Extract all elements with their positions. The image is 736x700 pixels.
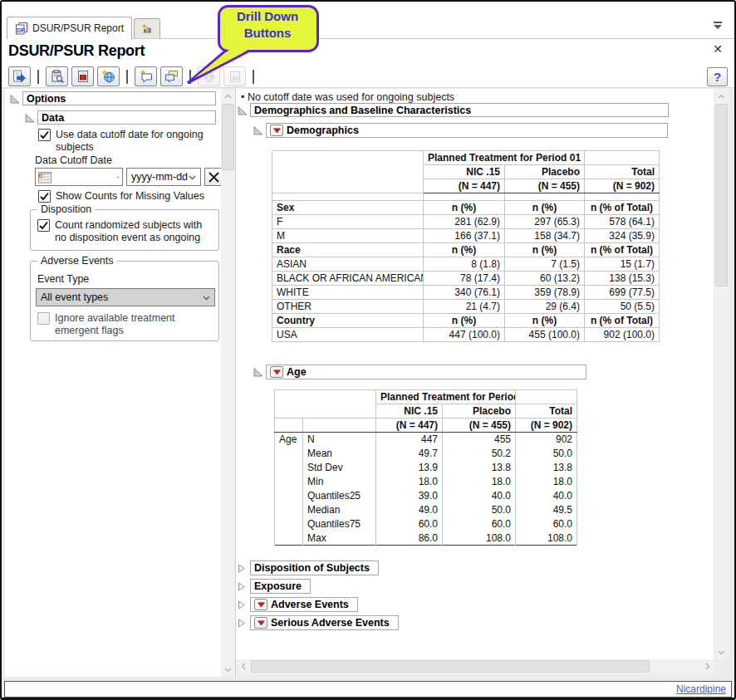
table-cell: Mean xyxy=(303,447,376,461)
scroll-up-icon[interactable] xyxy=(221,89,235,103)
header-area: DP DSUR/PSUR Report DSUR/PSUR Report ✕ xyxy=(2,2,734,88)
table-cell: 578 (64.1) xyxy=(585,215,660,229)
disclosure-collapsed-icon[interactable] xyxy=(238,563,248,573)
table-cell: 18.0 xyxy=(376,475,443,489)
help-button[interactable]: ? xyxy=(707,67,728,86)
table-cell: (N = 902) xyxy=(585,179,660,193)
table-cell xyxy=(272,151,424,193)
table-cell xyxy=(516,390,577,404)
table-cell: n (%) xyxy=(424,243,505,257)
drill-down-button[interactable] xyxy=(254,599,267,610)
disposition-group: Disposition Count randomized subjects wi… xyxy=(30,209,219,251)
table-row: M166 (37.1)158 (34.7)324 (35.9) xyxy=(272,229,660,243)
scroll-down-icon[interactable] xyxy=(714,645,729,659)
cutoff-date-input[interactable]: · xyxy=(35,168,123,186)
demographics-baseline-row: Demographics and Baseline Characteristic… xyxy=(238,103,669,117)
save-image-icon xyxy=(76,70,90,83)
table-cell: (N = 447) xyxy=(424,179,505,193)
table-cell: 86.0 xyxy=(376,531,443,546)
disclosure-collapsed-icon[interactable] xyxy=(238,600,248,609)
scroll-down-icon[interactable] xyxy=(221,663,235,677)
table-cell: (N = 455) xyxy=(505,179,585,193)
window-list-icon[interactable] xyxy=(711,20,724,32)
data-outline-row: Data xyxy=(25,110,216,125)
new-note-button[interactable] xyxy=(135,66,157,86)
section-demographics-baseline-header[interactable]: Demographics and Baseline Characteristic… xyxy=(250,103,669,117)
age-table: Planned Treatment for Period 01NIC .15Pl… xyxy=(274,389,577,546)
scroll-right-icon[interactable] xyxy=(700,659,714,673)
section-label: Demographics and Baseline Characteristic… xyxy=(254,105,471,116)
options-scrollbar[interactable] xyxy=(221,89,235,677)
scroll-thumb[interactable] xyxy=(715,104,728,286)
view-source-data-button[interactable] xyxy=(46,66,68,86)
count-randomized-checkbox[interactable] xyxy=(37,219,50,232)
table-cell: (N = 447) xyxy=(376,419,443,433)
demographics-row: Demographics xyxy=(253,123,668,138)
table-cell: 108.0 xyxy=(443,531,516,546)
adverse-events-group-label: Adverse Events xyxy=(37,255,117,267)
scroll-thumb[interactable] xyxy=(222,104,234,170)
tab-label: DSUR/PSUR Report xyxy=(32,22,124,34)
section-header[interactable]: Exposure xyxy=(250,579,311,594)
drill-down-button[interactable] xyxy=(254,617,267,629)
table-cell: n (%) xyxy=(424,314,505,328)
adverse-events-group: Adverse Events Event Type All event type… xyxy=(30,261,219,341)
use-cutoff-checkbox[interactable] xyxy=(38,129,51,141)
table-row: OTHER21 (4.7)29 (6.4)50 (5.5) xyxy=(272,300,660,314)
table-cell: 60.0 xyxy=(516,517,577,531)
tab-dsur-psur-report[interactable]: DP DSUR/PSUR Report xyxy=(7,17,132,39)
demographics-header[interactable]: Demographics xyxy=(266,123,668,138)
section-header[interactable]: Adverse Events xyxy=(250,597,358,612)
event-type-dropdown[interactable]: All event types xyxy=(36,288,215,306)
tab-strip: DP DSUR/PSUR Report xyxy=(7,17,734,39)
table-row: Mean49.750.250.0 xyxy=(275,447,577,461)
disclosure-open-icon[interactable] xyxy=(10,94,20,104)
publish-report-button[interactable] xyxy=(97,66,120,86)
table-cell: 39.0 xyxy=(376,489,443,503)
table-cell xyxy=(275,419,303,433)
table-cell: USA xyxy=(272,328,424,342)
options-header[interactable]: Options xyxy=(22,91,216,105)
table-cell: 60.0 xyxy=(443,517,516,531)
report-section-collapsed: Serious Adverse Events xyxy=(238,615,399,630)
table-row: Planned Treatment for Period 01 xyxy=(275,390,577,404)
show-missing-checkbox[interactable] xyxy=(38,190,51,203)
disclosure-open-icon[interactable] xyxy=(253,125,263,135)
data-section-header[interactable]: Data xyxy=(37,110,216,125)
date-format-dropdown[interactable]: yyyy-mm-dd xyxy=(126,168,201,186)
table-cell: 340 (76.1) xyxy=(424,286,505,300)
close-icon[interactable]: ✕ xyxy=(713,43,723,55)
toolbar-separator xyxy=(37,70,39,84)
scroll-thumb[interactable] xyxy=(251,660,650,673)
disclosure-open-icon[interactable] xyxy=(238,105,248,115)
table-cell: Total xyxy=(585,165,660,179)
collapsed-sections: Disposition of SubjectsExposureAdverse E… xyxy=(238,560,399,630)
report-section-collapsed: Exposure xyxy=(238,579,399,594)
table-cell: 15 (1.7) xyxy=(585,257,660,272)
section-header-label: Adverse Events xyxy=(271,599,349,610)
cutoff-date-label: Data Cutoff Date xyxy=(35,154,112,167)
disclosure-collapsed-icon[interactable] xyxy=(238,581,248,591)
disclosure-collapsed-icon[interactable] xyxy=(238,618,248,628)
disclosure-open-icon[interactable] xyxy=(25,113,35,123)
scroll-up-icon[interactable] xyxy=(714,89,729,103)
save-image-button[interactable] xyxy=(71,66,94,86)
table-cell: 902 (100.0) xyxy=(585,328,660,342)
view-notes-button[interactable] xyxy=(160,66,183,86)
age-header[interactable]: Age xyxy=(266,365,586,379)
tab-graph[interactable] xyxy=(134,18,160,38)
section-header[interactable]: Disposition of Subjects xyxy=(250,560,379,575)
count-randomized-label: Count randomized subjects with no dispos… xyxy=(55,219,214,244)
study-link[interactable]: Nicardipine xyxy=(676,683,726,695)
drill-down-button[interactable] xyxy=(270,366,283,378)
table-row: USA447 (100.0)455 (100.0)902 (100.0) xyxy=(272,328,660,342)
drill-down-button[interactable] xyxy=(270,125,283,136)
table-row: ASIAN8 (1.8)7 (1.5)15 (1.7) xyxy=(272,257,660,272)
scroll-left-icon[interactable] xyxy=(236,659,250,673)
disclosure-open-icon[interactable] xyxy=(253,367,263,377)
export-report-button[interactable] xyxy=(8,66,31,86)
section-header[interactable]: Serious Adverse Events xyxy=(250,615,399,630)
report-hscrollbar[interactable] xyxy=(236,659,714,674)
report-vscrollbar[interactable] xyxy=(714,89,729,659)
report-section-collapsed: Disposition of Subjects xyxy=(238,560,399,575)
